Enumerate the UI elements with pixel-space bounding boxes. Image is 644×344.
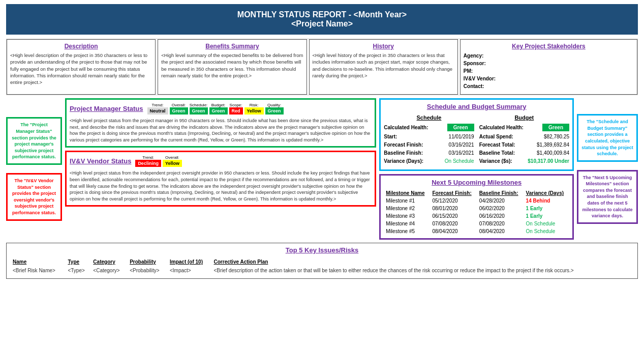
pm-badge-label-2: Schedule: (190, 103, 208, 107)
pm-badge-value-0: Neutral (147, 107, 168, 114)
issue-cell-0-2: <Category> (91, 267, 127, 274)
budget-row-value-0: $82,780.25 (544, 134, 569, 139)
milestone-col-variance: Variance (Days) (524, 189, 569, 197)
title-line1: MONTHLY STATUS REPORT - <Month Year> (10, 10, 634, 19)
stakeholder-row: Agency: (464, 53, 634, 59)
title-line2: <Project Name> (10, 19, 634, 28)
budget-row-value-2: $1,400,009.84 (537, 150, 569, 156)
schedule-row-0: Start:11/01/2019 (384, 134, 474, 139)
pm-badge-label-5: Risk: (250, 103, 259, 107)
budget-row-label-1: Forecast Total: (479, 142, 515, 148)
right-middle-panels: Schedule and Budget Summary Schedule Cal… (379, 98, 574, 240)
budget-row-3: Variance ($s):$10,317.00 Under (479, 158, 569, 164)
content-wrapper: Description <High level description of t… (0, 39, 644, 283)
milestone-name-1: Milestone #2 (384, 205, 430, 212)
stakeholders-rows: Agency:Sponsor: PM: IV&V Vendor:Contact: (464, 53, 634, 89)
stakeholder-label-1: Sponsor: (464, 61, 499, 66)
budget-col: Budget Calculated Health: Green Actual S… (479, 114, 569, 166)
budget-health-label: Calculated Health: (479, 125, 524, 130)
milestone-name-0: Milestone #1 (384, 197, 430, 205)
pm-badge-label-1: Overall: (172, 103, 186, 107)
issue-cell-0-3: <Probability> (128, 267, 167, 274)
schedule-data-rows: Start:11/01/2019Forecast Finish:03/16/20… (384, 134, 474, 164)
issue-cell-0-0: <Brief Risk Name> (11, 267, 65, 274)
col-impact: Impact (of 10) (168, 258, 211, 266)
milestone-baseline-3: 07/08/2020 (477, 220, 524, 227)
pm-status-text: <High level project status from the proj… (70, 118, 372, 143)
milestone-name-4: Milestone #5 (384, 227, 430, 235)
stakeholders-panel: Key Project Stakeholders Agency:Sponsor:… (460, 39, 637, 95)
left-middle-panels: Project Manager Status Trend:NeutralOver… (65, 98, 376, 240)
ivv-badge-pair-1: Overall:Yellow (163, 155, 182, 167)
milestones-table-head: Milestone Name Forecast Finish: Baseline… (384, 189, 569, 197)
schedule-row-value-2: 03/16/2021 (449, 150, 474, 156)
budget-health-badge: Green (542, 124, 569, 131)
milestone-col-forecast: Forecast Finish: (430, 189, 477, 197)
description-text: <High level description of the project i… (10, 52, 152, 85)
schedule-row-label-0: Start: (384, 134, 397, 139)
pm-badge-pair-3: Budget:Green (209, 103, 228, 114)
ivv-badge-group: Trend:DecliningOverall:Yellow (135, 155, 182, 167)
pm-badge-label-0: Trend: (152, 103, 164, 107)
pm-badge-value-2: Green (190, 107, 208, 114)
milestone-variance-1: 1 Early (524, 205, 569, 212)
stakeholder-row: Contact: (464, 83, 634, 89)
description-title: Description (10, 43, 152, 50)
ivv-badge-value-1: Yellow (163, 160, 182, 167)
ivv-badge-label-0: Trend: (142, 155, 154, 160)
pm-status-header: Project Manager Status Trend:NeutralOver… (70, 103, 372, 114)
pm-badge-pair-2: Schedule:Green (190, 103, 208, 114)
milestone-baseline-2: 06/16/2020 (477, 212, 524, 220)
right-callout-column: The "Schedule and Budget Summary" sectio… (577, 98, 638, 240)
milestone-name-2: Milestone #3 (384, 212, 430, 220)
issue-cell-0-4: <Impact> (168, 267, 211, 274)
milestone-forecast-1: 08/01/2020 (430, 205, 477, 212)
budget-row-1: Forecast Total:$1,389,692.84 (479, 142, 569, 148)
milestone-baseline-4: 08/04/2020 (477, 227, 524, 235)
ivv-callout: The "IV&V Vendor Status" section provide… (6, 173, 62, 221)
stakeholder-label-4: Contact: (464, 83, 499, 89)
milestone-variance-0: 14 Behind (524, 197, 569, 205)
budget-row-label-3: Variance ($s): (479, 158, 512, 164)
middle-main: Project Manager Status Trend:NeutralOver… (65, 98, 574, 240)
issues-risks-table: Name Type Category Probability Impact (o… (10, 257, 634, 275)
milestone-variance-3: On Schedule (524, 220, 569, 227)
budget-health-row: Calculated Health: Green (479, 124, 569, 131)
pm-callout: The "Project Manager Status" section pro… (6, 117, 62, 165)
benefits-text: <High level summary of the expected bene… (161, 52, 303, 79)
schedule-row-label-2: Baseline Finish: (384, 150, 423, 156)
milestones-callout: The "Next 5 Upcoming Milestones" section… (577, 170, 638, 224)
pm-badge-label-4: Scope: (230, 103, 242, 107)
schedule-row-value-1: 03/16/2021 (449, 142, 474, 148)
issues-header-row: Name Type Category Probability Impact (o… (11, 258, 633, 266)
pm-badge-pair-5: Risk:Yellow (244, 103, 264, 114)
history-panel: History <High level history of the proje… (309, 39, 458, 95)
pm-title: Project Manager Status (70, 105, 143, 112)
issues-table-head: Name Type Category Probability Impact (o… (11, 258, 633, 266)
budget-row-value-3: $10,317.00 Under (528, 158, 569, 164)
schedule-budget-title: Schedule and Budget Summary (384, 103, 569, 110)
milestone-baseline-0: 04/28/2020 (477, 197, 524, 205)
schedule-budget-panel: Schedule and Budget Summary Schedule Cal… (379, 98, 574, 171)
pm-badge-value-3: Green (209, 107, 228, 114)
schedule-health-badge: Green (447, 124, 474, 131)
history-text: <High level history of the project in 35… (313, 52, 454, 79)
stakeholder-row: IV&V Vendor: (464, 76, 634, 81)
pm-badge-value-5: Yellow (244, 107, 264, 114)
pm-badge-pair-0: Trend:Neutral (147, 103, 168, 114)
milestone-forecast-4: 08/04/2020 (430, 227, 477, 235)
col-category: Category (91, 258, 127, 266)
schedule-row-3: Variance (Days):On Schedule (384, 158, 474, 164)
schedule-budget-callout: The "Schedule and Budget Summary" sectio… (577, 114, 638, 162)
milestone-col-name: Milestone Name (384, 189, 430, 197)
issue-row-0: <Brief Risk Name><Type><Category><Probab… (11, 267, 633, 274)
benefits-title: Benefits Summary (161, 43, 303, 50)
history-title: History (313, 43, 454, 50)
milestones-panel: Next 5 Upcoming Milestones Milestone Nam… (379, 174, 574, 240)
milestone-name-3: Milestone #4 (384, 220, 430, 227)
ivv-status-text: <High level project status from the inde… (70, 170, 372, 202)
schedule-col: Schedule Calculated Health: Green Start:… (384, 114, 474, 166)
stakeholder-label-0: Agency: (464, 53, 499, 59)
ivv-title: IV&V Vendor Status (70, 157, 131, 165)
pm-badge-label-6: Quality: (267, 103, 281, 107)
